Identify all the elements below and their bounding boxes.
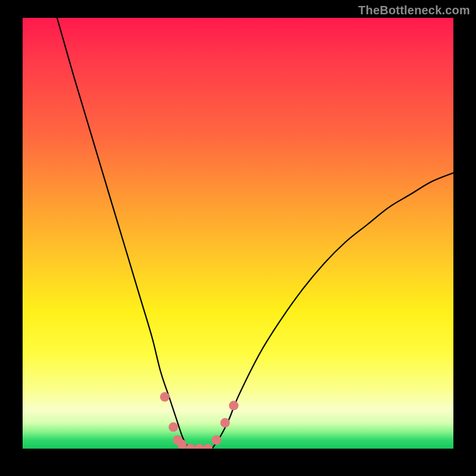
chart-svg: [23, 18, 453, 449]
data-marker: [168, 422, 178, 432]
curve-right-branch: [212, 173, 453, 449]
data-marker: [203, 444, 212, 449]
data-marker: [160, 392, 170, 402]
plot-area: [23, 18, 453, 449]
data-marker: [212, 436, 221, 445]
watermark-text: TheBottleneck.com: [358, 4, 470, 17]
data-marker: [195, 444, 204, 449]
data-marker: [229, 401, 239, 411]
data-marker: [186, 444, 195, 449]
curve-markers: [160, 392, 239, 449]
chart-frame: TheBottleneck.com: [0, 0, 476, 476]
curve-left-branch: [57, 18, 191, 449]
data-marker: [220, 418, 230, 428]
